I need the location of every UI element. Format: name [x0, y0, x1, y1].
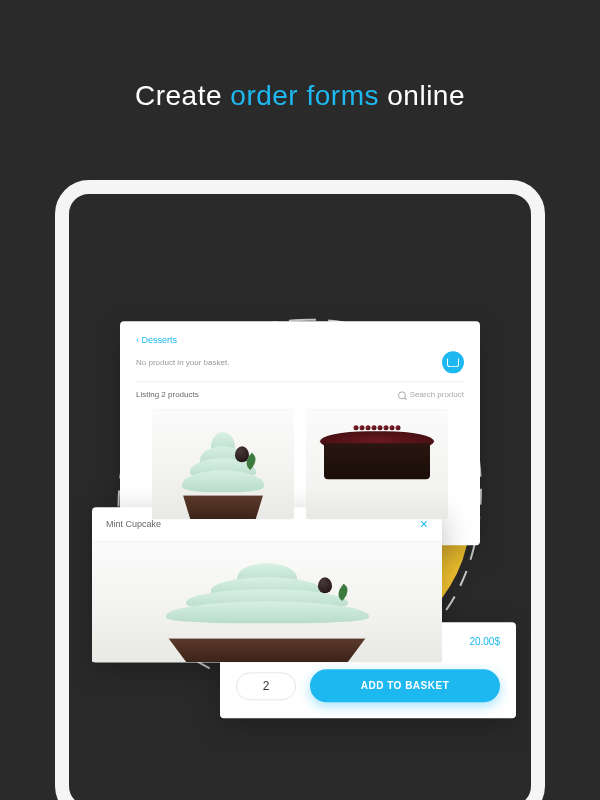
product-image-cupcake[interactable] [152, 409, 294, 519]
headline-accent: order forms [230, 80, 379, 111]
card-stack: ‹ Desserts No product in your basket. Li… [120, 321, 480, 718]
search-icon [398, 391, 406, 399]
modal-product-image [92, 542, 442, 662]
back-link-label: Desserts [142, 335, 178, 345]
product-modal-card: Mint Cupcake × [92, 507, 442, 662]
page-headline: Create order forms online [0, 80, 600, 112]
modal-product-name: Mint Cupcake [106, 519, 161, 529]
tablet-frame: ‹ Desserts No product in your basket. Li… [55, 180, 545, 800]
product-image-cake[interactable] [306, 409, 448, 519]
basket-empty-message: No product in your basket. [136, 358, 229, 367]
decorative-blob-container: ‹ Desserts No product in your basket. Li… [90, 290, 510, 710]
listing-count: Listing 2 products [136, 390, 199, 399]
add-to-basket-button[interactable]: ADD TO BASKET [310, 669, 500, 702]
search-placeholder: Search product [410, 390, 464, 399]
quantity-stepper[interactable]: 2 [236, 672, 296, 700]
search-input[interactable]: Search product [398, 390, 464, 399]
headline-post: online [379, 80, 465, 111]
basket-icon[interactable] [442, 351, 464, 373]
headline-pre: Create [135, 80, 230, 111]
close-icon[interactable]: × [420, 517, 428, 531]
back-link[interactable]: ‹ Desserts [136, 335, 464, 345]
